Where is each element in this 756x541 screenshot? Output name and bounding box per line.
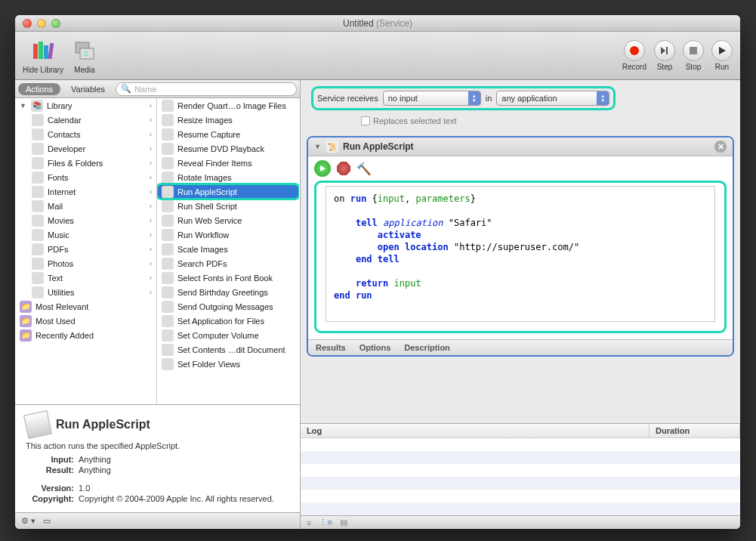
close-icon[interactable]: ✕ <box>714 141 727 153</box>
action-item[interactable]: Run AppleScript <box>157 184 299 199</box>
category-icon <box>32 200 44 212</box>
applescript-icon <box>23 410 52 439</box>
svg-rect-1 <box>39 42 43 59</box>
library-item[interactable]: Movies› <box>15 213 156 227</box>
action-item[interactable]: Select Fonts in Font Book <box>157 270 299 285</box>
action-icon <box>162 157 174 169</box>
service-config-bar: Service receives no input▲▼ in any appli… <box>301 80 740 116</box>
search-icon: 🔍 <box>121 84 131 94</box>
tab-variables[interactable]: Variables <box>63 83 113 95</box>
library-item[interactable]: Internet› <box>15 184 156 199</box>
action-item[interactable]: Send Outgoing Messages <box>157 299 299 314</box>
service-receives-label: Service receives <box>317 94 378 103</box>
action-icon <box>162 315 174 327</box>
library-item[interactable]: Fonts› <box>15 170 156 184</box>
action-item[interactable]: Render Quart…o Image Files <box>157 98 299 113</box>
log-column-header[interactable]: Log <box>301 424 650 437</box>
duration-column-header[interactable]: Duration <box>650 424 740 437</box>
log-panel: Log Duration ≡ ⋮≡ ▤ <box>301 423 740 529</box>
action-item[interactable]: Search PDFs <box>157 256 299 270</box>
action-item[interactable]: Set Folder Views <box>157 357 299 371</box>
category-icon <box>32 128 44 141</box>
svg-marker-9 <box>719 47 726 54</box>
action-item[interactable]: Reveal Finder Items <box>157 156 299 170</box>
action-item[interactable]: Set Contents …dit Document <box>157 342 299 357</box>
view-toggle-icon[interactable]: ▭ <box>43 516 51 526</box>
action-item[interactable]: Run Workflow <box>157 227 299 242</box>
record-button[interactable]: Record <box>622 40 646 71</box>
replaces-checkbox[interactable] <box>361 116 370 125</box>
svg-marker-10 <box>320 165 326 172</box>
category-icon <box>32 258 44 270</box>
library-item[interactable]: Developer› <box>15 141 156 156</box>
action-icon <box>162 114 174 126</box>
action-icon <box>162 200 174 212</box>
svg-marker-7 <box>661 47 665 54</box>
stop-button[interactable]: Stop <box>683 40 704 71</box>
action-item[interactable]: Resume Capture <box>157 127 299 141</box>
action-item[interactable]: Rotate Images <box>157 170 299 184</box>
action-item[interactable]: Resize Images <box>157 113 299 127</box>
service-app-dropdown[interactable]: any application▲▼ <box>496 91 609 106</box>
category-icon <box>32 286 44 298</box>
svg-rect-0 <box>33 44 38 59</box>
hammer-icon[interactable]: 🔨 <box>356 162 372 176</box>
action-icon <box>162 215 174 227</box>
options-tab[interactable]: Options <box>359 343 391 352</box>
description-tab[interactable]: Description <box>404 343 450 352</box>
library-item[interactable]: Calendar› <box>15 113 156 127</box>
smart-folder[interactable]: 📁Recently Added <box>15 328 156 342</box>
action-icon <box>162 344 174 356</box>
library-item[interactable]: Utilities› <box>15 285 156 299</box>
hide-library-button[interactable]: Hide Library <box>23 37 63 74</box>
svg-rect-3 <box>48 43 54 59</box>
library-item[interactable]: Text› <box>15 270 156 285</box>
script-stop-button[interactable] <box>337 162 350 175</box>
log-grid-icon[interactable]: ▤ <box>340 518 347 527</box>
action-icon <box>162 286 174 298</box>
action-item[interactable]: Run Web Service <box>157 213 299 227</box>
smart-folder[interactable]: 📁Most Relevant <box>15 299 156 314</box>
action-icon <box>162 258 174 270</box>
action-item[interactable]: Resume DVD Playback <box>157 141 299 156</box>
search-input[interactable]: 🔍 Name <box>116 82 297 96</box>
log-list-icon[interactable]: ≡ <box>307 518 311 527</box>
action-item[interactable]: Send Birthday Greetings <box>157 285 299 299</box>
disclosure-triangle-icon[interactable]: ▼ <box>314 143 322 150</box>
action-item[interactable]: Scale Images <box>157 242 299 256</box>
svg-rect-2 <box>44 45 48 59</box>
action-item[interactable]: Set Computer Volume <box>157 328 299 342</box>
library-item[interactable]: Mail› <box>15 199 156 213</box>
smart-folder[interactable]: 📁Most Used <box>15 314 156 328</box>
smart-folder-icon: 📁 <box>20 329 32 342</box>
step-button[interactable]: Step <box>654 40 675 71</box>
tab-actions[interactable]: Actions <box>18 83 60 95</box>
library-item[interactable]: Files & Folders› <box>15 156 156 170</box>
action-icon <box>162 186 174 198</box>
action-item[interactable]: Set Application for Files <box>157 314 299 328</box>
script-run-button[interactable] <box>314 160 331 177</box>
library-item[interactable]: PDFs› <box>15 242 156 256</box>
gear-icon[interactable]: ⚙︎ ▾ <box>21 516 35 526</box>
library-root[interactable]: ▼📚Library› <box>15 98 156 113</box>
action-icon <box>162 128 174 141</box>
category-icon <box>32 143 44 155</box>
action-icon <box>162 272 174 284</box>
workflow-area[interactable]: ▼ 📜 Run AppleScript ✕ 🔨 on run {input, p… <box>301 130 740 423</box>
category-icon <box>32 186 44 198</box>
action-item[interactable]: Run Shell Script <box>157 199 299 213</box>
service-input-dropdown[interactable]: no input▲▼ <box>383 91 481 106</box>
action-icon <box>162 243 174 255</box>
action-icon <box>162 229 174 241</box>
run-button[interactable]: Run <box>711 40 733 71</box>
script-editor[interactable]: on run {input, parameters} tell applicat… <box>326 186 715 322</box>
category-icon <box>32 157 44 169</box>
category-icon <box>32 272 44 284</box>
media-button[interactable]: ♫ Media <box>71 37 98 74</box>
library-item[interactable]: Contacts› <box>15 127 156 141</box>
left-footer: ⚙︎ ▾ ▭ <box>15 512 300 529</box>
library-item[interactable]: Photos› <box>15 256 156 270</box>
library-item[interactable]: Music› <box>15 227 156 242</box>
log-bullets-icon[interactable]: ⋮≡ <box>319 518 332 527</box>
results-tab[interactable]: Results <box>316 343 346 352</box>
